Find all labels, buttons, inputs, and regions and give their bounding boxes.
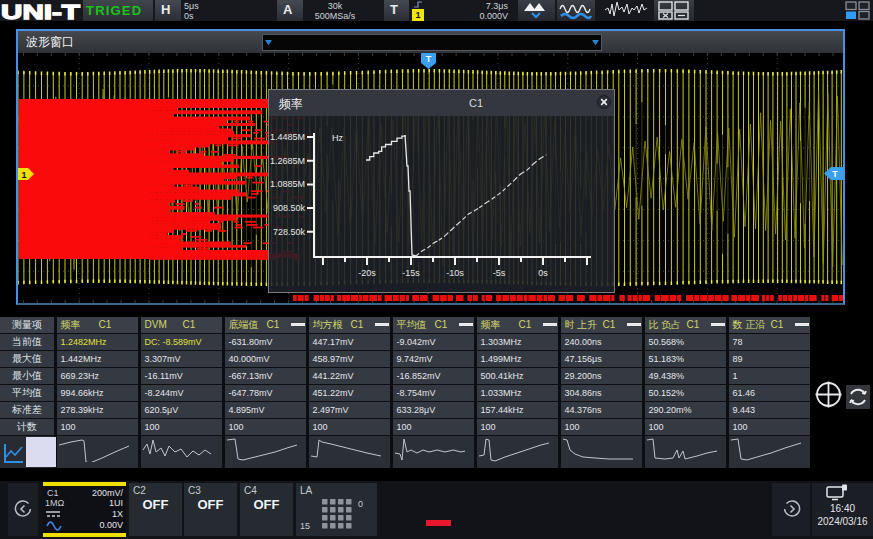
svg-text:T: T [426,54,432,64]
svg-text:1: 1 [21,170,26,180]
svg-text:1.4485M: 1.4485M [270,132,305,142]
svg-text:-5s: -5s [493,268,506,278]
svg-text:0s: 0s [538,268,548,278]
svg-text:728.50k: 728.50k [273,227,306,237]
svg-text:T: T [832,169,838,179]
svg-text:908.50k: 908.50k [273,203,306,213]
svg-text:1.2685M: 1.2685M [270,156,305,166]
svg-text:-10s: -10s [446,268,464,278]
svg-text:-20s: -20s [358,268,376,278]
svg-text:-15s: -15s [402,268,420,278]
svg-text:Hz: Hz [332,133,343,143]
svg-text:1.0885M: 1.0885M [270,179,305,189]
